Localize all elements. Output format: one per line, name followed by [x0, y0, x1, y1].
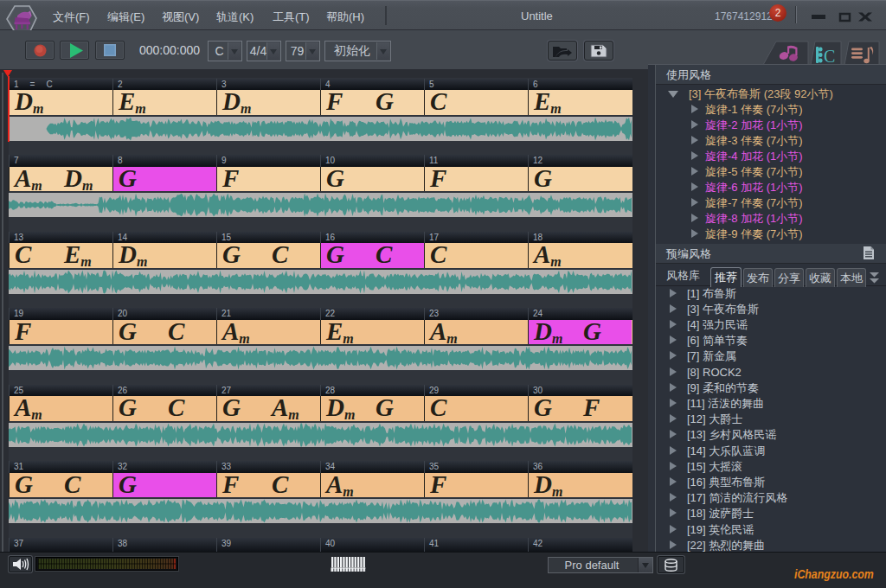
svg-text:C: C — [824, 47, 835, 66]
